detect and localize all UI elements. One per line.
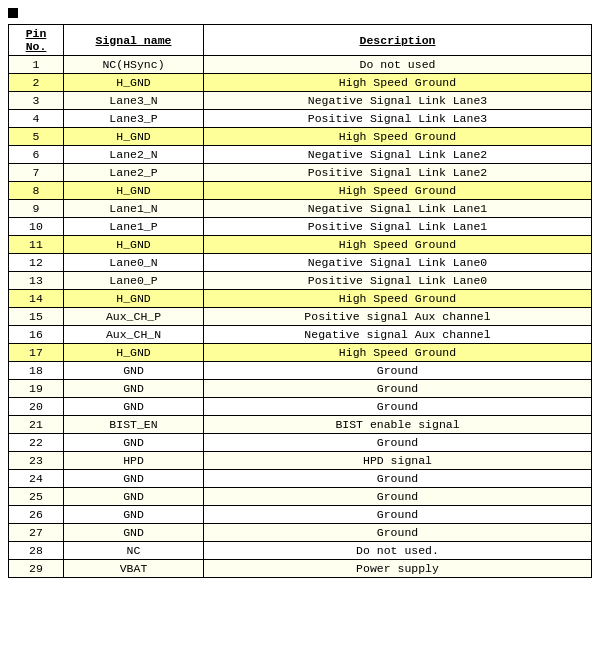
signal-name: GND <box>64 434 204 452</box>
description: Negative Signal Link Lane2 <box>204 146 592 164</box>
col-header-signal: Signal name <box>64 25 204 56</box>
pin-number: 15 <box>9 308 64 326</box>
signal-name: NC <box>64 542 204 560</box>
col-header-desc: Description <box>204 25 592 56</box>
pin-number: 14 <box>9 290 64 308</box>
pin-number: 13 <box>9 272 64 290</box>
description: Ground <box>204 470 592 488</box>
pin-number: 2 <box>9 74 64 92</box>
description: HPD signal <box>204 452 592 470</box>
square-icon <box>8 8 18 18</box>
pin-number: 22 <box>9 434 64 452</box>
signal-name: GND <box>64 488 204 506</box>
signal-name: GND <box>64 398 204 416</box>
signal-name: Lane2_N <box>64 146 204 164</box>
table-row: 9Lane1_NNegative Signal Link Lane1 <box>9 200 592 218</box>
description: High Speed Ground <box>204 236 592 254</box>
pin-number: 1 <box>9 56 64 74</box>
signal-name: H_GND <box>64 182 204 200</box>
signal-name: Aux_CH_P <box>64 308 204 326</box>
description: Ground <box>204 398 592 416</box>
pin-number: 3 <box>9 92 64 110</box>
table-row: 12Lane0_NNegative Signal Link Lane0 <box>9 254 592 272</box>
pin-number: 29 <box>9 560 64 578</box>
signal-name: Lane1_P <box>64 218 204 236</box>
description: High Speed Ground <box>204 128 592 146</box>
description: Positive Signal Link Lane0 <box>204 272 592 290</box>
description: Positive Signal Link Lane2 <box>204 164 592 182</box>
signal-name: GND <box>64 524 204 542</box>
table-row: 1NC(HSync)Do not used <box>9 56 592 74</box>
table-row: 16Aux_CH_NNegative signal Aux channel <box>9 326 592 344</box>
table-header-row: Pin No. Signal name Description <box>9 25 592 56</box>
pin-number: 20 <box>9 398 64 416</box>
table-row: 21BIST_ENBIST enable signal <box>9 416 592 434</box>
pin-number: 25 <box>9 488 64 506</box>
pin-number: 24 <box>9 470 64 488</box>
signal-name: GND <box>64 506 204 524</box>
table-row: 20GNDGround <box>9 398 592 416</box>
description: Do not used. <box>204 542 592 560</box>
signal-name: VBAT <box>64 560 204 578</box>
description: Ground <box>204 506 592 524</box>
pin-number: 5 <box>9 128 64 146</box>
description: Positive signal Aux channel <box>204 308 592 326</box>
signal-name: H_GND <box>64 344 204 362</box>
signal-name: Aux_CH_N <box>64 326 204 344</box>
description: Power supply <box>204 560 592 578</box>
table-row: 25GNDGround <box>9 488 592 506</box>
signal-name: Lane2_P <box>64 164 204 182</box>
pin-number: 4 <box>9 110 64 128</box>
signal-name: H_GND <box>64 236 204 254</box>
description: Ground <box>204 488 592 506</box>
pin-number: 23 <box>9 452 64 470</box>
table-row: 22GNDGround <box>9 434 592 452</box>
table-row: 29VBATPower supply <box>9 560 592 578</box>
signal-name: Lane3_P <box>64 110 204 128</box>
description: Positive Signal Link Lane1 <box>204 218 592 236</box>
table-row: 8H_GNDHigh Speed Ground <box>9 182 592 200</box>
pin-number: 16 <box>9 326 64 344</box>
pin-number: 12 <box>9 254 64 272</box>
table-row: 17H_GNDHigh Speed Ground <box>9 344 592 362</box>
description: Negative Signal Link Lane1 <box>204 200 592 218</box>
table-row: 19GNDGround <box>9 380 592 398</box>
pin-number: 7 <box>9 164 64 182</box>
table-row: 4Lane3_PPositive Signal Link Lane3 <box>9 110 592 128</box>
description: High Speed Ground <box>204 74 592 92</box>
table-row: 26GNDGround <box>9 506 592 524</box>
pin-number: 8 <box>9 182 64 200</box>
pin-number: 26 <box>9 506 64 524</box>
description: High Speed Ground <box>204 290 592 308</box>
table-row: 7Lane2_PPositive Signal Link Lane2 <box>9 164 592 182</box>
pin-number: 10 <box>9 218 64 236</box>
description: Negative Signal Link Lane3 <box>204 92 592 110</box>
signal-name: GND <box>64 380 204 398</box>
table-row: 13Lane0_PPositive Signal Link Lane0 <box>9 272 592 290</box>
description: Negative Signal Link Lane0 <box>204 254 592 272</box>
table-row: 24GNDGround <box>9 470 592 488</box>
pin-number: 6 <box>9 146 64 164</box>
signal-name: Lane0_P <box>64 272 204 290</box>
pin-number: 27 <box>9 524 64 542</box>
header-line <box>8 8 592 18</box>
signal-name: Lane3_N <box>64 92 204 110</box>
description: Positive Signal Link Lane3 <box>204 110 592 128</box>
pin-number: 18 <box>9 362 64 380</box>
signal-name: H_GND <box>64 74 204 92</box>
table-row: 28NCDo not used. <box>9 542 592 560</box>
pin-number: 28 <box>9 542 64 560</box>
description: Ground <box>204 362 592 380</box>
pin-number: 21 <box>9 416 64 434</box>
signal-name: H_GND <box>64 128 204 146</box>
pin-number: 9 <box>9 200 64 218</box>
table-row: 3Lane3_NNegative Signal Link Lane3 <box>9 92 592 110</box>
description: Ground <box>204 434 592 452</box>
description: Ground <box>204 380 592 398</box>
table-row: 5H_GNDHigh Speed Ground <box>9 128 592 146</box>
signal-name: Lane1_N <box>64 200 204 218</box>
signal-name: BIST_EN <box>64 416 204 434</box>
signal-name: H_GND <box>64 290 204 308</box>
description: High Speed Ground <box>204 182 592 200</box>
description: BIST enable signal <box>204 416 592 434</box>
